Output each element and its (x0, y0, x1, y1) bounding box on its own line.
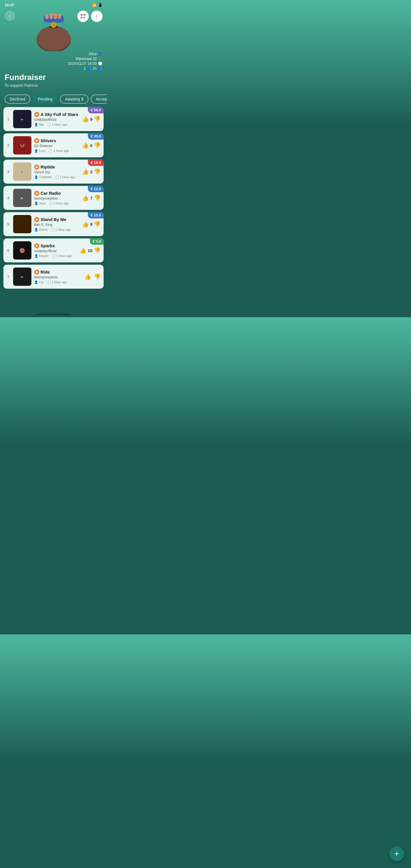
status-dot-7 (34, 270, 39, 275)
thumbs-down-4[interactable]: 👎 (94, 194, 101, 201)
status-icons: 📶 📱 (92, 3, 102, 7)
status-bar: 10:47 📶 📱 (0, 0, 107, 8)
status-dot-4 (34, 191, 39, 196)
thumbs-down-6[interactable]: 👎 (94, 247, 101, 254)
price-badge-5: € 10.0 (88, 212, 104, 218)
song-artist-7: twentyonepilots (34, 275, 81, 279)
svg-rect-5 (45, 14, 49, 19)
song-card-6[interactable]: 6 🟤 Sparks coldplayofficial 👤 Harper 🕐 1… (3, 239, 104, 262)
svg-rect-20 (84, 17, 84, 18)
song-user-5: 👤 Grace (34, 228, 48, 231)
vote-section-6: 👍 10 👎 (80, 247, 101, 254)
song-card-3[interactable]: 3 ▶ Riptide Vance Joy 👤 Charlotte 🕐 1 Ho… (3, 160, 104, 184)
svg-text:$: $ (53, 23, 55, 27)
status-dot-1 (34, 112, 39, 117)
song-card-2[interactable]: 2 🦋 Shivers Ed Sheeran 👤 Lucy 🕐 1 Hour a… (3, 133, 104, 157)
thumbs-down-3[interactable]: 👎 (94, 168, 101, 175)
host-row: Alice 👤 (5, 52, 102, 56)
back-button[interactable]: ‹ (5, 10, 15, 21)
song-time-3: 🕐 1 Hour ago (55, 175, 75, 179)
album-art-5 (13, 215, 31, 233)
rank-4: 4 (6, 196, 10, 200)
song-card-1[interactable]: 1 ▶ A Sky Full of Stars coldplayofficial… (3, 107, 104, 131)
song-time-7: 🕐 1 Hour ago (47, 280, 67, 284)
song-user-3: 👤 Charlotte (34, 175, 52, 179)
song-artist-5: Ben E. King (34, 223, 79, 227)
thumbs-up-4[interactable]: 👍 (82, 194, 89, 201)
thumbs-up-5[interactable]: 👍 (82, 221, 89, 227)
qr-button[interactable] (77, 10, 89, 22)
song-footer-7: 👤 Lily 🕐 1 Hour ago (34, 280, 81, 284)
tab-declined[interactable]: Declined (5, 94, 30, 104)
price-badge-3: € 15.0 (88, 159, 104, 166)
tab-accepted[interactable]: Accepted (91, 94, 107, 104)
event-info: Alice 👤 Mijnstraat 32 📍 2024/11/27 18:00… (0, 52, 107, 91)
rank-5: 5 (6, 222, 10, 226)
thumbs-down-7[interactable]: 👎 (94, 273, 101, 280)
more-button[interactable]: ⋮ (91, 10, 102, 22)
vote-section-7: 👍 👎 (84, 273, 101, 280)
address: Mijnstraat 32 (76, 57, 97, 61)
tab-awaiting[interactable]: Awaiting $ (60, 94, 89, 104)
album-art-1: ▶ (13, 110, 31, 128)
song-footer-1: 👤 Mia 🕐 1 Hour ago (34, 123, 79, 126)
song-title-3: Riptide (40, 164, 55, 169)
song-title-row-1: A Sky Full of Stars (34, 112, 79, 117)
thumbs-up-3[interactable]: 👍 (82, 168, 89, 175)
thumbs-up-1[interactable]: 👍 (82, 116, 89, 123)
song-title-2: Shivers (40, 138, 56, 143)
song-artist-1: coldplayofficial (34, 118, 79, 122)
svg-point-1 (37, 26, 70, 51)
song-card-4[interactable]: 4 ▶ Car Radio twentyonepilots 👤 Jack 🕐 1… (3, 186, 104, 210)
song-artist-2: Ed Sheeran (34, 144, 79, 148)
vote-section-3: 👍 2 👎 (82, 168, 101, 175)
song-artist-3: Vance Joy (34, 170, 79, 174)
hero-image: $ (28, 8, 80, 51)
thumbs-up-2[interactable]: 👍 (82, 142, 89, 149)
location-icon: 📍 (98, 57, 102, 61)
vote-count-5: 9 (90, 222, 92, 227)
song-artist-6: coldplayofficial (34, 249, 76, 253)
album-art-2: 🦋 (13, 136, 31, 154)
price-badge-4: € 12.5 (88, 186, 104, 192)
songs-list: 1 ▶ A Sky Full of Stars coldplayofficial… (0, 107, 107, 311)
song-footer-4: 👤 Jack 🕐 1 Hour ago (34, 202, 79, 205)
event-date: 2024/11/27 18:00 (68, 61, 97, 66)
album-art-3: ▶ (13, 162, 31, 181)
song-footer-3: 👤 Charlotte 🕐 1 Hour ago (34, 175, 79, 179)
song-card-7[interactable]: 7 ▶ Ride twentyonepilots 👤 Lily 🕐 1 Hour… (3, 265, 104, 289)
song-footer-6: 👤 Harper 🕐 1 Hour ago (34, 254, 76, 258)
song-title-row-7: Ride (34, 270, 81, 275)
attendees-row: 2 👥 15 👥 (5, 66, 102, 70)
song-title-row-5: Stand By Me (34, 217, 79, 222)
song-card-5[interactable]: 5 Stand By Me Ben E. King 👤 Grace 🕐 1 Ho… (3, 212, 104, 236)
svg-rect-22 (84, 18, 84, 18)
thumbs-down-2[interactable]: 👎 (94, 142, 101, 149)
status-dot-6 (34, 243, 39, 248)
song-info-3: Riptide Vance Joy 👤 Charlotte 🕐 1 Hour a… (34, 164, 79, 179)
home-indicator (36, 314, 71, 315)
vote-section-5: 👍 9 👎 (82, 221, 101, 227)
vote-count-3: 2 (90, 169, 92, 174)
event-meta: Alice 👤 Mijnstraat 32 📍 2024/11/27 18:00… (5, 52, 102, 70)
thumbs-down-5[interactable]: 👎 (94, 221, 101, 227)
rank-3: 3 (6, 169, 10, 174)
vote-section-2: 👍 6 👎 (82, 142, 101, 149)
thumbs-up-6[interactable]: 👍 (80, 247, 87, 254)
vote-section-1: 👍 9 👎 (82, 116, 101, 123)
vote-count-2: 6 (90, 143, 92, 148)
attendees-icon: 👥 (87, 66, 92, 70)
svg-rect-19 (81, 18, 82, 18)
clock-icon: 🕐 (98, 61, 102, 66)
rank-7: 7 (6, 275, 10, 279)
song-time-4: 🕐 1 Hour ago (49, 202, 69, 205)
song-time-2: 🕐 1 Hour ago (49, 149, 69, 153)
qr-icon (80, 13, 86, 19)
thumbs-up-7[interactable]: 👍 (84, 273, 91, 280)
tab-pending[interactable]: Pending (33, 94, 57, 104)
album-art-7: ▶ (13, 268, 31, 286)
status-dot-5 (34, 217, 39, 222)
thumbs-down-1[interactable]: 👎 (94, 116, 101, 123)
rank-1: 1 (6, 117, 10, 121)
song-user-4: 👤 Jack (34, 202, 46, 205)
